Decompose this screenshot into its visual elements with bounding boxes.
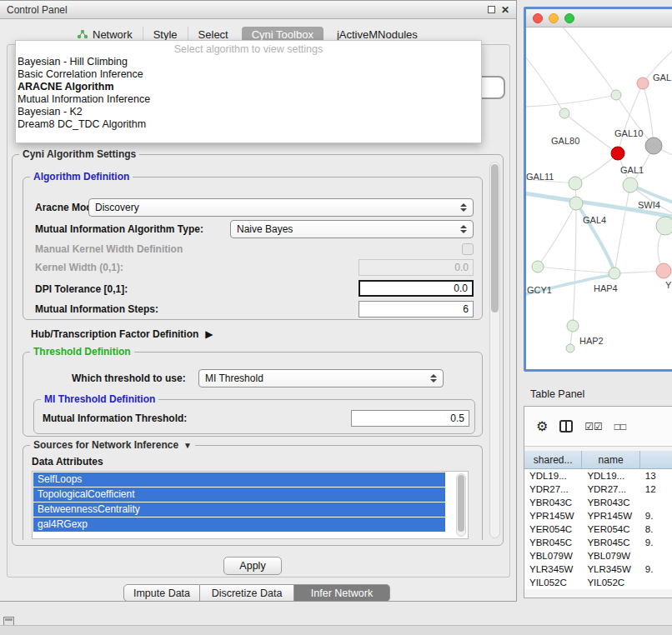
node-gcy1[interactable] — [532, 261, 544, 272]
kernel-width-input[interactable] — [359, 259, 474, 276]
table-row[interactable]: YPR145W YPR145W 9. — [524, 509, 672, 522]
node-hap4[interactable] — [609, 268, 620, 279]
menu-item[interactable]: Bayesian - Hill Climbing — [16, 56, 481, 68]
node-gal10[interactable] — [611, 147, 624, 160]
mi-threshold-input[interactable] — [351, 410, 469, 427]
float-panel-icon[interactable] — [488, 6, 495, 13]
deselect-all-icon[interactable]: □□ — [614, 421, 627, 432]
mi-threshold-group: MI Threshold Definition Mutual Informati… — [33, 399, 475, 434]
which-threshold-combo[interactable]: MI Threshold — [198, 369, 444, 388]
mi-steps-label: Mutual Information Steps: — [35, 303, 158, 315]
table-cell: YBL079W — [524, 549, 582, 562]
network-canvas[interactable]: GAL GAL80 GAL10 GAL11 GAL1 SWI4 GAL4 GCY… — [526, 28, 672, 369]
mi-steps-input[interactable] — [359, 301, 474, 318]
aracne-mode-value: Discovery — [95, 202, 139, 213]
apply-button[interactable]: Apply — [223, 557, 282, 575]
table-cell: YPR145W — [582, 509, 639, 522]
which-threshold-label: Which threshold to use: — [72, 372, 186, 384]
manual-kernel-label: Manual Kernel Width Definition — [35, 243, 183, 255]
combo-stepper-icon — [460, 225, 467, 233]
attributes-scrollbar-thumb[interactable] — [458, 475, 464, 532]
table-panel: ⚙ ☑☑ □□ shared... name YDL19... YDL19...… — [524, 406, 672, 598]
menu-item-selected[interactable]: ARACNE Algorithm — [16, 81, 481, 93]
node[interactable] — [656, 217, 672, 235]
table-row[interactable]: YLR345W YLR345W 9. — [524, 562, 672, 576]
dpi-tolerance-input[interactable] — [359, 280, 474, 297]
table-cell: 12 — [640, 482, 672, 496]
table-row[interactable]: YBR045C YBR045C 9. — [524, 536, 672, 549]
algorithm-definition-title: Algorithm Definition — [30, 171, 133, 182]
tab-impute-data[interactable]: Impute Data — [123, 584, 200, 602]
tab-infer-network[interactable]: Infer Network — [294, 584, 390, 602]
attributes-scrollbar[interactable] — [456, 473, 466, 537]
table-cell: YDL19... — [582, 469, 639, 482]
cyni-algorithm-settings-group: Cyni Algorithm Settings Algorithm Defini… — [12, 154, 504, 546]
settings-scrollbar-thumb[interactable] — [491, 164, 499, 312]
node[interactable] — [559, 108, 569, 118]
column-header[interactable] — [640, 451, 672, 468]
table-cell: YIL052C — [582, 576, 639, 589]
aracne-mode-combo[interactable]: Discovery — [88, 198, 474, 217]
select-all-icon[interactable]: ☑☑ — [584, 421, 603, 432]
column-header[interactable]: name — [582, 451, 639, 468]
window-close-button[interactable] — [533, 13, 543, 23]
gear-icon[interactable]: ⚙ — [536, 418, 548, 434]
menu-item[interactable]: Basic Correlation Inference — [16, 68, 481, 81]
table-row[interactable]: YDR27... YDR27... 12 — [524, 482, 672, 496]
mi-type-label: Mutual Information Algorithm Type: — [35, 223, 203, 235]
node[interactable] — [645, 138, 662, 154]
table-cell: 9. — [640, 536, 672, 549]
list-item[interactable]: BetweennessCentrality — [33, 502, 445, 517]
table-row[interactable]: YBR043C YBR043C — [524, 496, 672, 509]
apply-button-label: Apply — [239, 560, 265, 572]
node-label: HAP4 — [594, 283, 618, 293]
table-cell: 8. — [640, 522, 672, 536]
list-item[interactable]: gal4RGexp — [33, 518, 445, 532]
node[interactable] — [569, 177, 582, 190]
table-cell: YER054C — [582, 522, 639, 536]
manual-kernel-checkbox[interactable] — [462, 243, 474, 255]
table-cell — [640, 576, 672, 589]
bottom-strip — [0, 625, 672, 635]
node[interactable] — [637, 78, 649, 89]
window-minimize-button[interactable] — [549, 13, 559, 23]
list-item[interactable]: SelfLoops — [33, 472, 445, 487]
columns-icon[interactable] — [559, 420, 573, 432]
list-item[interactable]: TopologicalCoefficient — [33, 488, 445, 502]
table-cell: 13 — [640, 469, 672, 482]
node-hap2[interactable] — [567, 320, 579, 332]
window-zoom-button[interactable] — [564, 13, 574, 23]
mi-type-combo[interactable]: Naive Bayes — [230, 220, 474, 238]
node-label: SWI4 — [638, 200, 660, 210]
hub-definition-label: Hub/Transcription Factor Definition — [31, 328, 198, 340]
hub-definition-toggle[interactable]: Hub/Transcription Factor Definition ▶ — [31, 328, 213, 340]
table-cell: YDR27... — [582, 482, 639, 496]
node[interactable] — [656, 263, 671, 278]
combo-stepper-icon — [430, 374, 437, 382]
algorithm-dropdown-popup: Select algorithm to view settings Bayesi… — [15, 40, 482, 143]
close-icon[interactable]: ✕ — [501, 6, 509, 14]
sources-group-title-row[interactable]: Sources for Network Inference ▼ — [30, 439, 195, 451]
menu-item[interactable]: Mutual Information Inference — [16, 93, 481, 106]
table-panel-title: Table Panel — [530, 388, 584, 400]
tab-cyni-toolbox-label: Cyni Toolbox — [252, 28, 313, 41]
tab-discretize-data[interactable]: Discretize Data — [200, 584, 294, 602]
expand-arrow-icon: ▼ — [183, 441, 192, 450]
threshold-definition-title: Threshold Definition — [30, 346, 134, 358]
node-table: shared... name YDL19... YDL19... 13 YDR2… — [524, 451, 672, 589]
table-row[interactable]: YER054C YER054C 8. — [524, 522, 672, 536]
menu-item[interactable]: Bayesian - K2 — [16, 106, 481, 118]
tab-discretize-data-label: Discretize Data — [212, 588, 283, 599]
table-row[interactable]: YIL052C YIL052C — [524, 576, 672, 589]
table-row[interactable]: YDL19... YDL19... 13 — [524, 469, 672, 482]
column-header[interactable]: shared... — [524, 451, 582, 468]
node[interactable] — [566, 344, 574, 352]
menu-item[interactable]: Dream8 DC_TDC Algorithm — [16, 118, 481, 131]
settings-scrollbar[interactable] — [489, 162, 500, 538]
table-row[interactable]: YBL079W YBL079W — [524, 549, 672, 562]
data-attributes-list[interactable]: SelfLoops TopologicalCoefficient Between… — [32, 471, 469, 539]
node[interactable] — [611, 90, 621, 100]
table-header-row: shared... name — [524, 451, 672, 469]
node-gal4[interactable] — [569, 197, 583, 210]
node-gal1[interactable] — [623, 178, 638, 192]
